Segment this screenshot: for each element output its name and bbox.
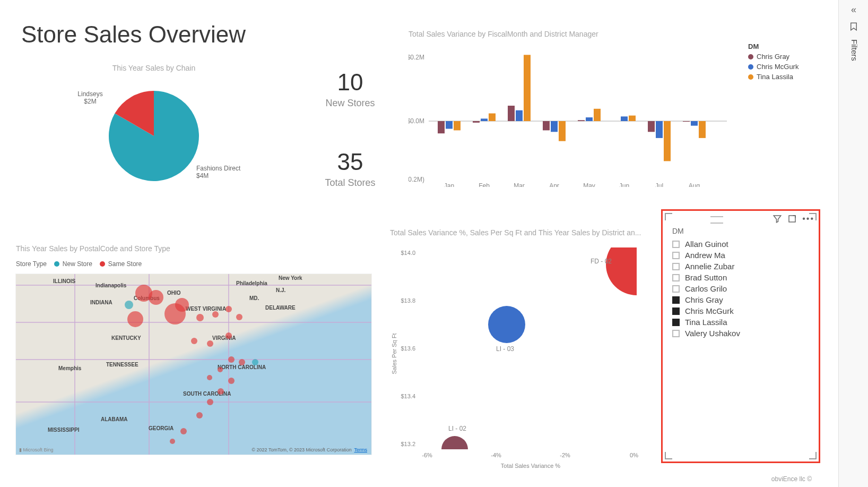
map-label: ALABAMA bbox=[101, 416, 128, 422]
map-bubble[interactable] bbox=[236, 314, 242, 320]
bookmark-icon[interactable] bbox=[839, 18, 868, 36]
bar[interactable] bbox=[683, 121, 690, 122]
slicer-item[interactable]: Chris McGurk bbox=[672, 305, 809, 317]
collapse-chevron-icon[interactable]: « bbox=[839, 0, 868, 18]
kpi-total-stores: 35 Total Stores bbox=[297, 149, 403, 189]
bar[interactable] bbox=[473, 121, 480, 123]
checkbox-icon[interactable] bbox=[672, 296, 680, 304]
drag-handle-icon[interactable] bbox=[710, 216, 723, 224]
map-bubble[interactable] bbox=[180, 428, 187, 434]
map-bubble[interactable] bbox=[228, 356, 235, 363]
kpi-new-stores-value: 10 bbox=[297, 69, 403, 96]
scatter-xtick: -4% bbox=[491, 452, 501, 458]
slicer-item[interactable]: Allan Guinot bbox=[672, 238, 809, 250]
bar[interactable] bbox=[551, 121, 558, 132]
map-bubble[interactable] bbox=[239, 359, 245, 365]
focus-mode-icon[interactable] bbox=[787, 214, 797, 226]
scatter-point-fd-02[interactable] bbox=[606, 237, 647, 295]
map-bubble[interactable] bbox=[196, 314, 204, 321]
bar[interactable] bbox=[543, 121, 550, 130]
map-label: OHIO bbox=[167, 290, 181, 296]
bar[interactable] bbox=[508, 106, 515, 121]
bar[interactable] bbox=[446, 121, 453, 129]
slicer-item[interactable]: Valery Ushakov bbox=[672, 328, 809, 339]
scatter-tile: Total Sales Variance %, Sales Per Sq Ft … bbox=[390, 228, 647, 467]
map-bubble[interactable] bbox=[228, 378, 235, 384]
bar[interactable] bbox=[621, 116, 628, 121]
filters-pane-collapsed[interactable]: « Filters bbox=[838, 0, 868, 487]
slicer-item[interactable]: Carlos Grilo bbox=[672, 283, 809, 294]
scatter-chart[interactable]: $14.0 $13.8 $13.6 $13.4 $13.2 -6% -4% -2… bbox=[390, 237, 647, 471]
slicer-item-label: Carlos Grilo bbox=[685, 284, 727, 293]
slicer-item[interactable]: Chris Gray bbox=[672, 294, 809, 305]
map-bubble[interactable] bbox=[175, 298, 189, 312]
map-bubble[interactable] bbox=[207, 340, 213, 347]
map-bubble[interactable] bbox=[191, 338, 197, 344]
slicer-tile[interactable]: ••• DM Allan GuinotAndrew MaAnnelie Zuba… bbox=[661, 209, 820, 463]
legend-item-tina-lassila[interactable]: Tina Lassila bbox=[748, 73, 798, 81]
slicer-title: DM bbox=[672, 227, 809, 235]
bar-xtick: Jul bbox=[655, 182, 663, 187]
bar[interactable] bbox=[699, 121, 706, 138]
slicer-item[interactable]: Tina Lassila bbox=[672, 317, 809, 328]
map-bubble[interactable] bbox=[218, 367, 223, 372]
map-terms-link[interactable]: Terms bbox=[354, 447, 368, 452]
scatter-point-li-03[interactable] bbox=[488, 306, 525, 343]
bar[interactable] bbox=[481, 118, 488, 121]
checkbox-icon[interactable] bbox=[672, 285, 680, 293]
map-legend-item-new-store[interactable]: New Store bbox=[54, 260, 92, 268]
bar[interactable] bbox=[454, 121, 461, 130]
map-bubble[interactable] bbox=[207, 375, 212, 380]
checkbox-icon[interactable] bbox=[672, 263, 680, 270]
pie-chart-title: This Year Sales by Chain bbox=[69, 64, 239, 72]
bar[interactable] bbox=[664, 121, 671, 161]
pie-label-lindseys-name: Lindseys bbox=[77, 90, 102, 98]
bar[interactable] bbox=[594, 109, 601, 121]
selection-corner-icon bbox=[665, 213, 672, 220]
bar[interactable] bbox=[438, 121, 445, 133]
map-bubble[interactable] bbox=[225, 306, 232, 312]
map[interactable]: ILLINOIS Indianapolis INDIANA Columbus O… bbox=[16, 274, 371, 455]
map-legend-item-same-store[interactable]: Same Store bbox=[100, 260, 142, 268]
slicer-item[interactable]: Annelie Zubar bbox=[672, 261, 809, 272]
map-bubble[interactable] bbox=[127, 311, 143, 327]
checkbox-icon[interactable] bbox=[672, 330, 680, 337]
checkbox-icon[interactable] bbox=[672, 319, 680, 326]
bar[interactable] bbox=[516, 110, 523, 121]
bar[interactable] bbox=[656, 121, 663, 138]
bar[interactable] bbox=[524, 55, 531, 121]
legend-item-chris-gray[interactable]: Chris Gray bbox=[748, 53, 798, 61]
checkbox-icon[interactable] bbox=[672, 274, 680, 281]
scatter-point-li-02[interactable] bbox=[441, 436, 468, 463]
map-label: N.J. bbox=[276, 287, 285, 293]
bar-ytick-mid: $0.0M bbox=[409, 117, 424, 125]
bar[interactable] bbox=[586, 117, 593, 121]
slicer-item[interactable]: Brad Sutton bbox=[672, 272, 809, 283]
filters-pane-label: Filters bbox=[848, 39, 859, 61]
map-bubble[interactable] bbox=[207, 399, 213, 405]
map-bubble[interactable] bbox=[125, 301, 133, 309]
map-bubble[interactable] bbox=[149, 290, 163, 305]
map-bubble[interactable] bbox=[252, 359, 258, 365]
slicer-item-label: Valery Ushakov bbox=[685, 329, 740, 338]
bar[interactable] bbox=[629, 116, 636, 121]
map-bubble[interactable] bbox=[170, 439, 175, 444]
legend-item-chris-mcgurk[interactable]: Chris McGurk bbox=[748, 63, 798, 71]
map-label: VIRGINIA bbox=[212, 335, 236, 341]
map-bubble[interactable] bbox=[212, 311, 219, 318]
map-bubble[interactable] bbox=[225, 332, 232, 339]
checkbox-icon[interactable] bbox=[672, 241, 680, 248]
checkbox-icon[interactable] bbox=[672, 252, 680, 259]
bar-chart[interactable]: $0.2M $0.0M ($0.2M) JanFebMarAprMayJunJu… bbox=[409, 38, 737, 187]
map-label: Indianapolis bbox=[96, 283, 126, 288]
checkbox-icon[interactable] bbox=[672, 307, 680, 315]
slicer-item[interactable]: Andrew Ma bbox=[672, 250, 809, 261]
map-bubble[interactable] bbox=[218, 388, 224, 395]
bar[interactable] bbox=[559, 121, 566, 141]
bar[interactable] bbox=[489, 114, 496, 122]
map-bubble[interactable] bbox=[196, 412, 203, 418]
bar[interactable] bbox=[691, 121, 698, 126]
filter-icon[interactable] bbox=[772, 214, 782, 226]
bar[interactable] bbox=[578, 120, 585, 121]
bar[interactable] bbox=[648, 121, 655, 132]
